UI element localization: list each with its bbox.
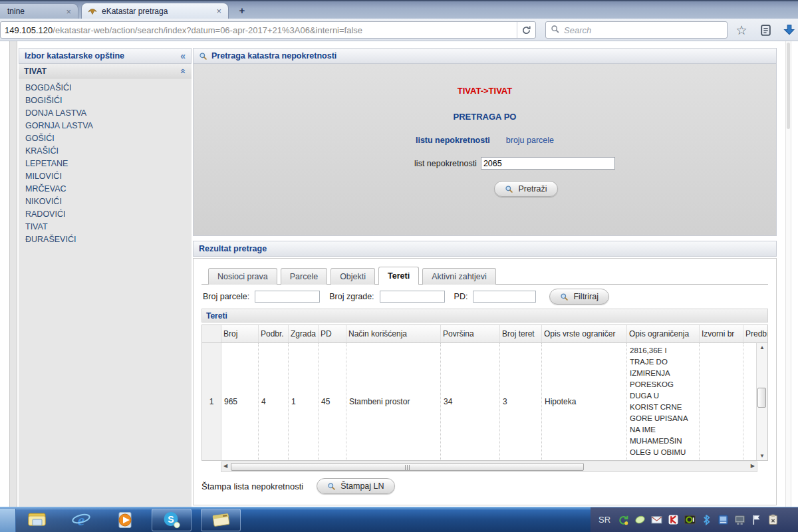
grid-header-cell[interactable]: Način korišćenja bbox=[346, 325, 441, 342]
close-icon[interactable]: × bbox=[65, 7, 72, 16]
mode-parcel-link[interactable]: broju parcele bbox=[506, 136, 554, 145]
ln-form-row: list nepokretnosti bbox=[223, 157, 798, 170]
grid-vertical-scrollbar[interactable]: ▲ ▼ bbox=[756, 343, 767, 460]
sync-icon[interactable] bbox=[618, 514, 629, 525]
grid-header-cell[interactable]: Podbr. bbox=[259, 325, 289, 342]
mode-ln-link[interactable]: listu nepokretnosti bbox=[416, 136, 490, 145]
result-tab[interactable]: Parcele bbox=[281, 268, 327, 285]
leaf-icon[interactable] bbox=[634, 514, 646, 525]
sidebar-item[interactable]: DONJA LASTVA bbox=[25, 107, 192, 120]
tereti-section-title: Tereti bbox=[206, 311, 227, 321]
skype-icon[interactable]: S bbox=[152, 509, 192, 531]
scroll-right-icon[interactable]: ▶ bbox=[751, 463, 755, 469]
result-tab[interactable]: Objekti bbox=[331, 268, 375, 285]
collapsed-panel-strip[interactable] bbox=[9, 41, 17, 507]
tab-active[interactable]: eKatastar pretraga × bbox=[81, 3, 229, 19]
grid-header-cell[interactable]: Izvorni br bbox=[700, 325, 743, 342]
filter-button[interactable]: Filtriraj bbox=[549, 289, 609, 305]
page-scrollbar[interactable] bbox=[785, 41, 791, 507]
system-tray: SR bbox=[591, 507, 798, 532]
filter-parcel-input[interactable] bbox=[255, 291, 320, 303]
antivirus-icon[interactable] bbox=[668, 514, 679, 525]
sidebar-item[interactable]: KRAŠIĆI bbox=[25, 145, 192, 158]
grid-header-cell[interactable]: Predbilj bbox=[743, 325, 768, 342]
grid-hscroll-thumb[interactable] bbox=[231, 463, 584, 471]
search-button[interactable]: Pretraži bbox=[494, 181, 557, 197]
result-tab[interactable]: Aktivni zahtjevi bbox=[422, 268, 496, 285]
scroll-down-icon[interactable]: ▼ bbox=[757, 453, 767, 459]
language-indicator[interactable]: SR bbox=[598, 515, 610, 525]
browser-navbar: 149.105.120/ekatastar-web/action/search/… bbox=[0, 19, 798, 41]
page-title-bar: Pretraga katastra nepokretnosti bbox=[193, 48, 777, 64]
bluetooth-icon[interactable] bbox=[701, 514, 712, 525]
sidebar-item[interactable]: LEPETANE bbox=[25, 158, 192, 170]
browser-tab-bar: tnine × eKatastar pretraga × + bbox=[0, 0, 798, 19]
grid-header-cell[interactable]: Zgrada bbox=[289, 325, 319, 342]
print-ln-button[interactable]: Štampaj LN bbox=[317, 478, 394, 494]
media-player-icon[interactable] bbox=[108, 509, 142, 531]
grid-header-cell[interactable]: Broj teret bbox=[500, 325, 542, 342]
filter-pd-input[interactable] bbox=[473, 291, 536, 303]
sidebar-item[interactable]: GOŠIĆI bbox=[25, 132, 192, 145]
explorer-icon[interactable] bbox=[20, 509, 55, 531]
display-icon[interactable] bbox=[734, 514, 745, 525]
collapse-panel-icon[interactable]: « bbox=[180, 51, 186, 61]
ln-number-input[interactable] bbox=[481, 157, 615, 170]
grid-header-cell[interactable]: Opis ograničenja bbox=[627, 325, 700, 342]
taskbar-edge-button[interactable] bbox=[0, 509, 16, 532]
grid-header-cell[interactable]: Površina bbox=[441, 325, 500, 342]
sidebar-item[interactable]: GORNJA LASTVA bbox=[25, 120, 192, 132]
filter-building-input[interactable] bbox=[380, 291, 445, 303]
sidebar-item[interactable]: MRČEVAC bbox=[25, 183, 192, 196]
grid-horizontal-scrollbar[interactable]: ◀ ▶ bbox=[221, 462, 757, 472]
screen: tnine × eKatastar pretraga × + 149.105.1… bbox=[0, 0, 798, 532]
mail-icon[interactable] bbox=[651, 514, 662, 525]
clipboard-icon[interactable] bbox=[767, 514, 779, 525]
url-text: 149.105.120/ekatastar-web/action/search/… bbox=[1, 25, 517, 35]
sidebar-item[interactable]: MILOVIĆI bbox=[25, 170, 192, 183]
cell-podbr: 4 bbox=[259, 343, 289, 460]
grid-header-cell[interactable]: Opis vrste ograničer bbox=[542, 325, 627, 342]
downloads-icon[interactable] bbox=[782, 23, 797, 37]
scroll-up-icon[interactable]: ▲ bbox=[757, 344, 767, 350]
active-window-icon[interactable] bbox=[201, 509, 241, 531]
svg-text:S: S bbox=[168, 513, 174, 524]
page-scrollbar-thumb[interactable] bbox=[787, 43, 790, 129]
search-input[interactable]: Search bbox=[545, 21, 728, 39]
app-grid-icon[interactable] bbox=[718, 514, 729, 525]
sidebar-item[interactable]: ĐURAŠEVIĆI bbox=[25, 233, 192, 246]
grid-vscroll-thumb[interactable] bbox=[757, 388, 766, 408]
table-row[interactable]: 1 965 4 1 45 Stambeni prostor 34 3 Hipot… bbox=[202, 343, 768, 460]
sidebar-item[interactable]: NIKOVIĆI bbox=[25, 196, 192, 208]
scroll-left-icon[interactable]: ◀ bbox=[223, 463, 227, 469]
tab-background[interactable]: tnine × bbox=[0, 3, 78, 19]
search-placeholder: Search bbox=[564, 25, 591, 35]
sidebar-item[interactable]: RADOVIĆI bbox=[25, 208, 192, 221]
reload-icon[interactable] bbox=[517, 22, 535, 38]
grid-header-cell[interactable]: PD bbox=[319, 325, 346, 342]
sidebar-item[interactable]: BOGIŠIĆI bbox=[25, 94, 192, 107]
url-bar[interactable]: 149.105.120/ekatastar-web/action/search/… bbox=[0, 21, 536, 39]
internet-explorer-icon[interactable]: e bbox=[64, 509, 98, 531]
bookmark-star-icon[interactable]: ☆ bbox=[734, 23, 749, 37]
close-icon[interactable]: × bbox=[215, 7, 223, 15]
sidebar-item[interactable]: BOGDAŠIĆI bbox=[25, 82, 192, 94]
search-modes: listu nepokretnosti broju parcele bbox=[194, 136, 776, 145]
ln-input-label: list nepokretnosti bbox=[414, 159, 477, 168]
gpu-icon[interactable] bbox=[684, 514, 696, 525]
favicon-icon bbox=[87, 6, 98, 17]
sidebar-group-tivat[interactable]: TIVAT « bbox=[19, 64, 192, 78]
cell-zgrada: 1 bbox=[289, 343, 319, 460]
new-tab-button[interactable]: + bbox=[234, 5, 250, 17]
sidebar-item[interactable]: TIVAT bbox=[25, 221, 192, 233]
search-panel: TIVAT->TIVAT PRETRAGA PO listu nepokretn… bbox=[193, 64, 777, 236]
bookmarks-list-icon[interactable] bbox=[758, 23, 773, 37]
result-tab[interactable]: Nosioci prava bbox=[208, 268, 277, 285]
flag-icon[interactable] bbox=[751, 514, 762, 525]
filter-parcel-label: Broj parcele: bbox=[203, 292, 249, 301]
cell-izvorni-broj bbox=[700, 343, 743, 460]
result-tab[interactable]: Tereti bbox=[378, 267, 419, 285]
tereti-grid: Broj Podbr. Zgrada PD Način korišćenja P… bbox=[201, 325, 768, 461]
grid-header-cell[interactable]: Broj bbox=[221, 325, 259, 342]
collapse-group-icon[interactable]: « bbox=[178, 68, 189, 74]
